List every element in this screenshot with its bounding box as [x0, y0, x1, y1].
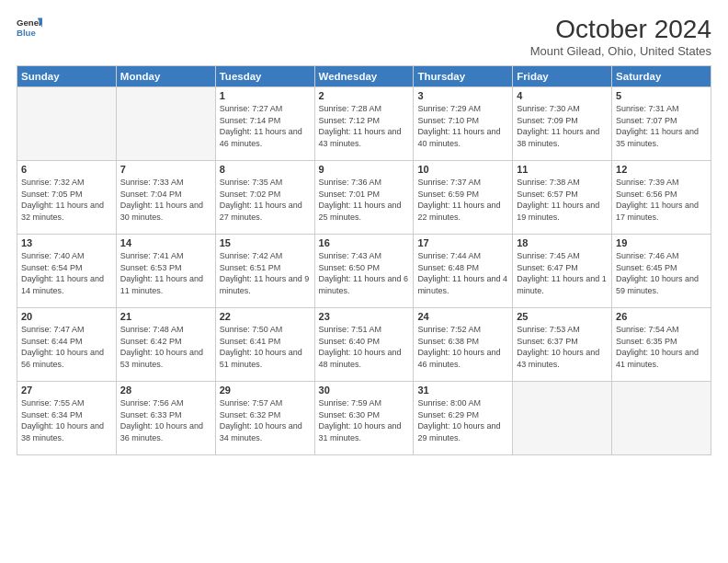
logo-icon: General Blue [17, 15, 42, 40]
calendar-cell [612, 382, 711, 455]
day-info: Sunrise: 7:53 AM Sunset: 6:37 PM Dayligh… [517, 324, 608, 370]
day-info: Sunrise: 7:59 AM Sunset: 6:30 PM Dayligh… [319, 397, 410, 443]
calendar-cell [513, 382, 612, 455]
day-number: 18 [517, 237, 608, 248]
calendar-cell: 31Sunrise: 8:00 AM Sunset: 6:29 PM Dayli… [414, 382, 513, 455]
day-number: 13 [21, 237, 112, 248]
day-info: Sunrise: 7:45 AM Sunset: 6:47 PM Dayligh… [517, 250, 608, 296]
day-number: 7 [120, 164, 211, 175]
svg-text:Blue: Blue [17, 28, 36, 38]
day-info: Sunrise: 7:35 AM Sunset: 7:02 PM Dayligh… [220, 177, 311, 223]
main-title: October 2024 [530, 15, 711, 44]
calendar-cell: 17Sunrise: 7:44 AM Sunset: 6:48 PM Dayli… [414, 235, 513, 308]
day-number: 6 [21, 164, 112, 175]
day-number: 29 [220, 385, 311, 396]
calendar-cell: 26Sunrise: 7:54 AM Sunset: 6:35 PM Dayli… [612, 308, 711, 382]
day-info: Sunrise: 7:42 AM Sunset: 6:51 PM Dayligh… [220, 250, 311, 296]
day-info: Sunrise: 7:29 AM Sunset: 7:10 PM Dayligh… [417, 103, 508, 149]
calendar-cell: 13Sunrise: 7:40 AM Sunset: 6:54 PM Dayli… [17, 235, 117, 308]
day-info: Sunrise: 7:48 AM Sunset: 6:42 PM Dayligh… [120, 324, 211, 370]
calendar-cell: 2Sunrise: 7:28 AM Sunset: 7:12 PM Daylig… [314, 87, 414, 161]
calendar-cell: 20Sunrise: 7:47 AM Sunset: 6:44 PM Dayli… [17, 308, 117, 382]
day-number: 3 [417, 90, 508, 101]
day-info: Sunrise: 7:30 AM Sunset: 7:09 PM Dayligh… [517, 103, 608, 149]
calendar-cell: 9Sunrise: 7:36 AM Sunset: 7:01 PM Daylig… [314, 161, 414, 235]
day-info: Sunrise: 7:50 AM Sunset: 6:41 PM Dayligh… [220, 324, 311, 370]
day-number: 2 [319, 90, 410, 101]
day-number: 28 [120, 385, 211, 396]
logo: General Blue [17, 15, 42, 40]
calendar-cell: 16Sunrise: 7:43 AM Sunset: 6:50 PM Dayli… [314, 235, 414, 308]
day-number: 31 [417, 385, 508, 396]
calendar-cell: 14Sunrise: 7:41 AM Sunset: 6:53 PM Dayli… [116, 235, 215, 308]
day-info: Sunrise: 7:27 AM Sunset: 7:14 PM Dayligh… [220, 103, 311, 149]
day-info: Sunrise: 7:31 AM Sunset: 7:07 PM Dayligh… [616, 103, 707, 149]
day-number: 25 [517, 311, 608, 322]
day-number: 27 [21, 385, 112, 396]
day-number: 9 [319, 164, 410, 175]
week-row-3: 13Sunrise: 7:40 AM Sunset: 6:54 PM Dayli… [17, 235, 711, 308]
day-info: Sunrise: 7:46 AM Sunset: 6:45 PM Dayligh… [616, 250, 707, 296]
day-number: 8 [220, 164, 311, 175]
day-number: 19 [616, 237, 707, 248]
calendar-cell: 8Sunrise: 7:35 AM Sunset: 7:02 PM Daylig… [215, 161, 314, 235]
day-info: Sunrise: 7:54 AM Sunset: 6:35 PM Dayligh… [616, 324, 707, 370]
day-info: Sunrise: 7:57 AM Sunset: 6:32 PM Dayligh… [220, 397, 311, 443]
calendar: SundayMondayTuesdayWednesdayThursdayFrid… [17, 65, 711, 455]
day-number: 5 [616, 90, 707, 101]
calendar-cell: 24Sunrise: 7:52 AM Sunset: 6:38 PM Dayli… [414, 308, 513, 382]
calendar-cell: 12Sunrise: 7:39 AM Sunset: 6:56 PM Dayli… [612, 161, 711, 235]
calendar-cell [17, 87, 117, 161]
calendar-cell: 5Sunrise: 7:31 AM Sunset: 7:07 PM Daylig… [612, 87, 711, 161]
day-number: 26 [616, 311, 707, 322]
day-info: Sunrise: 7:40 AM Sunset: 6:54 PM Dayligh… [21, 250, 112, 296]
day-info: Sunrise: 7:47 AM Sunset: 6:44 PM Dayligh… [21, 324, 112, 370]
calendar-cell: 30Sunrise: 7:59 AM Sunset: 6:30 PM Dayli… [314, 382, 414, 455]
weekday-header-friday: Friday [513, 66, 612, 87]
week-row-5: 27Sunrise: 7:55 AM Sunset: 6:34 PM Dayli… [17, 382, 711, 455]
day-number: 17 [417, 237, 508, 248]
calendar-cell: 3Sunrise: 7:29 AM Sunset: 7:10 PM Daylig… [414, 87, 513, 161]
page: General Blue October 2024 Mount Gilead, … [0, 0, 728, 563]
day-number: 22 [220, 311, 311, 322]
day-number: 4 [517, 90, 608, 101]
weekday-header-saturday: Saturday [612, 66, 711, 87]
day-info: Sunrise: 7:44 AM Sunset: 6:48 PM Dayligh… [417, 250, 508, 296]
weekday-header-thursday: Thursday [414, 66, 513, 87]
day-info: Sunrise: 7:37 AM Sunset: 6:59 PM Dayligh… [417, 177, 508, 223]
week-row-2: 6Sunrise: 7:32 AM Sunset: 7:05 PM Daylig… [17, 161, 711, 235]
week-row-4: 20Sunrise: 7:47 AM Sunset: 6:44 PM Dayli… [17, 308, 711, 382]
calendar-cell: 27Sunrise: 7:55 AM Sunset: 6:34 PM Dayli… [17, 382, 117, 455]
calendar-cell: 18Sunrise: 7:45 AM Sunset: 6:47 PM Dayli… [513, 235, 612, 308]
day-info: Sunrise: 7:56 AM Sunset: 6:33 PM Dayligh… [120, 397, 211, 443]
day-number: 24 [417, 311, 508, 322]
day-info: Sunrise: 7:43 AM Sunset: 6:50 PM Dayligh… [319, 250, 410, 296]
weekday-header-row: SundayMondayTuesdayWednesdayThursdayFrid… [17, 66, 711, 87]
subtitle: Mount Gilead, Ohio, United States [530, 44, 711, 58]
day-info: Sunrise: 7:36 AM Sunset: 7:01 PM Dayligh… [319, 177, 410, 223]
calendar-cell: 28Sunrise: 7:56 AM Sunset: 6:33 PM Dayli… [116, 382, 215, 455]
day-info: Sunrise: 7:38 AM Sunset: 6:57 PM Dayligh… [517, 177, 608, 223]
calendar-cell: 23Sunrise: 7:51 AM Sunset: 6:40 PM Dayli… [314, 308, 414, 382]
day-number: 16 [319, 237, 410, 248]
weekday-header-wednesday: Wednesday [314, 66, 414, 87]
header: General Blue October 2024 Mount Gilead, … [17, 15, 711, 58]
day-info: Sunrise: 7:32 AM Sunset: 7:05 PM Dayligh… [21, 177, 112, 223]
title-block: October 2024 Mount Gilead, Ohio, United … [530, 15, 711, 58]
day-info: Sunrise: 7:52 AM Sunset: 6:38 PM Dayligh… [417, 324, 508, 370]
calendar-cell [116, 87, 215, 161]
calendar-cell: 19Sunrise: 7:46 AM Sunset: 6:45 PM Dayli… [612, 235, 711, 308]
calendar-cell: 11Sunrise: 7:38 AM Sunset: 6:57 PM Dayli… [513, 161, 612, 235]
calendar-cell: 7Sunrise: 7:33 AM Sunset: 7:04 PM Daylig… [116, 161, 215, 235]
day-number: 20 [21, 311, 112, 322]
calendar-cell: 29Sunrise: 7:57 AM Sunset: 6:32 PM Dayli… [215, 382, 314, 455]
day-number: 30 [319, 385, 410, 396]
weekday-header-monday: Monday [116, 66, 215, 87]
calendar-cell: 21Sunrise: 7:48 AM Sunset: 6:42 PM Dayli… [116, 308, 215, 382]
day-info: Sunrise: 7:33 AM Sunset: 7:04 PM Dayligh… [120, 177, 211, 223]
calendar-cell: 1Sunrise: 7:27 AM Sunset: 7:14 PM Daylig… [215, 87, 314, 161]
calendar-cell: 6Sunrise: 7:32 AM Sunset: 7:05 PM Daylig… [17, 161, 117, 235]
day-info: Sunrise: 7:51 AM Sunset: 6:40 PM Dayligh… [319, 324, 410, 370]
day-number: 21 [120, 311, 211, 322]
weekday-header-tuesday: Tuesday [215, 66, 314, 87]
